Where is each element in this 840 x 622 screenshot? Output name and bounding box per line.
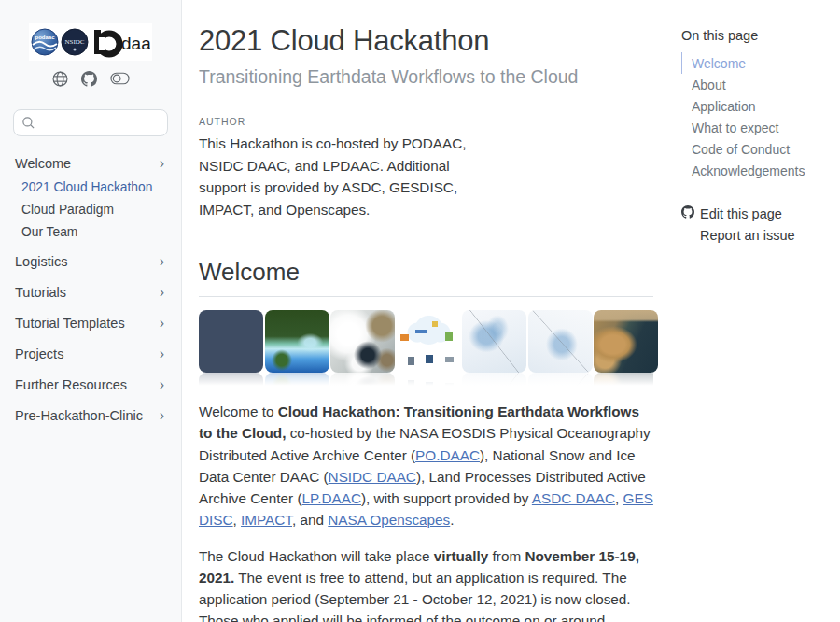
search-input[interactable]: [13, 109, 168, 136]
search-icon: [21, 116, 35, 134]
welcome-section-heading: Welcome: [199, 258, 653, 297]
sidebar-item-label: Projects: [15, 346, 63, 362]
chevron-right-icon[interactable]: ›: [160, 287, 166, 298]
chevron-right-icon[interactable]: ›: [160, 348, 166, 360]
theme-toggle-icon[interactable]: [110, 72, 130, 85]
toc-list: WelcomeAboutApplicationWhat to expectCod…: [681, 52, 831, 181]
schedule-paragraph: The Cloud Hackathon will take place virt…: [199, 545, 653, 622]
sidebar-item-label: Tutorials: [15, 284, 66, 301]
edit-this-page-link[interactable]: Edit this page: [681, 205, 831, 221]
svg-text:NSIDC: NSIDC: [64, 38, 84, 46]
toc-item-about[interactable]: About: [681, 74, 831, 95]
sidebar-item-our-team[interactable]: Our Team: [21, 220, 168, 243]
sidebar-item-label: Logistics: [15, 253, 67, 270]
daac-logos-image: podaac NSIDC daac: [31, 26, 150, 58]
sidebar-nav: Welcome›2021 Cloud HackathonCloud Paradi…: [13, 151, 168, 428]
nav-section-further-resources: Further Resources›: [13, 373, 168, 397]
chevron-right-icon[interactable]: ›: [160, 256, 166, 267]
intro-paragraph: Welcome to Cloud Hackathon: Transitionin…: [199, 401, 653, 531]
site-logo[interactable]: podaac NSIDC daac: [29, 23, 152, 61]
sidebar-item-label: Pre-Hackathon-Clinic: [15, 407, 143, 424]
sidebar-item-tutorials[interactable]: Tutorials›: [13, 280, 168, 304]
sidebar-item-projects[interactable]: Projects›: [13, 342, 168, 366]
sidebar-item-label: Further Resources: [15, 376, 127, 393]
arctic-ice-satellite-image-reflection: [330, 373, 395, 387]
toc-title: On this page: [681, 28, 831, 43]
desert-coast-satellite-image: [594, 310, 658, 373]
page-subtitle: Transitioning Earthdata Workflows to the…: [199, 66, 653, 88]
image-gallery-reflection: [199, 373, 653, 387]
inline-link-po-daac[interactable]: PO.DAAC: [415, 447, 480, 463]
nav-section-pre-hackathon-clinic: Pre-Hackathon-Clinic›: [13, 403, 168, 428]
nav-section-projects: Projects›: [13, 342, 168, 366]
toc-item-welcome[interactable]: Welcome: [681, 52, 831, 74]
author-label: AUTHOR: [199, 116, 653, 127]
nav-section-tutorials: Tutorials›: [13, 280, 168, 304]
main-content: 2021 Cloud Hackathon Transitioning Earth…: [182, 0, 681, 622]
sidebar-tool-icons: [13, 70, 168, 87]
desert-coast-satellite-image-reflection: [594, 373, 653, 387]
sidebar-item-welcome[interactable]: Welcome›: [13, 151, 168, 176]
sea-ice-satellite-image-2-reflection: [528, 373, 593, 387]
left-sidebar: podaac NSIDC daac: [0, 0, 182, 622]
sidebar-item-logistics[interactable]: Logistics›: [13, 249, 168, 274]
toc-actions: Edit this page Report an issue: [681, 205, 831, 243]
sea-ice-satellite-image-2: [528, 310, 593, 373]
coastal-bloom-satellite-image-reflection: [265, 373, 329, 387]
inline-link-impact[interactable]: IMPACT: [241, 512, 292, 528]
inline-link-asdc-daac[interactable]: ASDC DAAC: [532, 490, 615, 506]
sidebar-item-label: Welcome: [15, 155, 71, 172]
chevron-right-icon[interactable]: ›: [160, 410, 166, 421]
inline-link-nsidc-daac[interactable]: NSIDC DAAC: [329, 469, 416, 485]
inline-link-nasa-openscapes[interactable]: NASA Openscapes: [328, 512, 450, 528]
cloud-workflow-diagram: [397, 310, 461, 373]
sidebar-item-cloud-paradigm[interactable]: Cloud Paradigm: [21, 198, 168, 220]
chevron-right-icon[interactable]: ›: [160, 318, 166, 329]
sea-ice-satellite-image-1: [462, 310, 526, 373]
page-title: 2021 Cloud Hackathon: [199, 24, 653, 58]
sidebar-subnav: 2021 Cloud HackathonCloud ParadigmOur Te…: [13, 176, 168, 243]
lpdaac-logo: daac: [94, 30, 150, 54]
nav-section-logistics: Logistics›: [13, 249, 168, 274]
sea-ice-satellite-image-1-reflection: [462, 373, 526, 387]
sidebar-item-label: Tutorial Templates: [15, 315, 125, 332]
bold-text: virtually: [434, 548, 489, 564]
hurricane-satellite-image: [199, 310, 263, 373]
inline-link-lp-daac[interactable]: LP.DAAC: [302, 490, 362, 506]
toc-item-what-to-expect[interactable]: What to expect: [681, 117, 831, 138]
toc-item-application[interactable]: Application: [681, 95, 831, 117]
on-this-page-panel: On this page WelcomeAboutApplicationWhat…: [681, 0, 840, 622]
image-gallery: [199, 310, 653, 373]
toc-item-code-of-conduct[interactable]: Code of Conduct: [681, 138, 831, 160]
podaac-logo: podaac: [32, 29, 58, 55]
sidebar-item-further-resources[interactable]: Further Resources›: [13, 373, 168, 397]
svg-text:podaac: podaac: [35, 35, 55, 40]
chevron-right-icon[interactable]: ›: [160, 158, 166, 169]
sidebar-item-2021-cloud-hackathon[interactable]: 2021 Cloud Hackathon: [21, 176, 168, 198]
chevron-right-icon[interactable]: ›: [160, 379, 166, 390]
hurricane-satellite-image-reflection: [199, 373, 263, 387]
github-icon: [681, 205, 694, 221]
nsidc-logo: NSIDC: [62, 29, 88, 55]
cloud-workflow-diagram-reflection: [397, 373, 461, 387]
nav-section-welcome: Welcome›2021 Cloud HackathonCloud Paradi…: [13, 151, 168, 243]
edit-this-page-label: Edit this page: [700, 206, 782, 221]
sidebar-item-pre-hackathon-clinic[interactable]: Pre-Hackathon-Clinic›: [13, 403, 168, 428]
report-an-issue-link[interactable]: Report an issue: [681, 228, 831, 243]
nav-section-tutorial-templates: Tutorial Templates›: [13, 311, 168, 335]
svg-text:daac: daac: [121, 34, 150, 53]
github-icon[interactable]: [81, 71, 97, 87]
coastal-bloom-satellite-image: [265, 310, 329, 373]
author-text: This Hackathon is co-hosted by PODAAC, N…: [199, 133, 488, 220]
search-container: [13, 109, 168, 136]
sidebar-item-tutorial-templates[interactable]: Tutorial Templates›: [13, 311, 168, 335]
arctic-ice-satellite-image: [330, 310, 395, 373]
toc-item-acknowledgements[interactable]: Acknowledgements: [681, 160, 831, 181]
globe-icon[interactable]: [52, 71, 68, 87]
